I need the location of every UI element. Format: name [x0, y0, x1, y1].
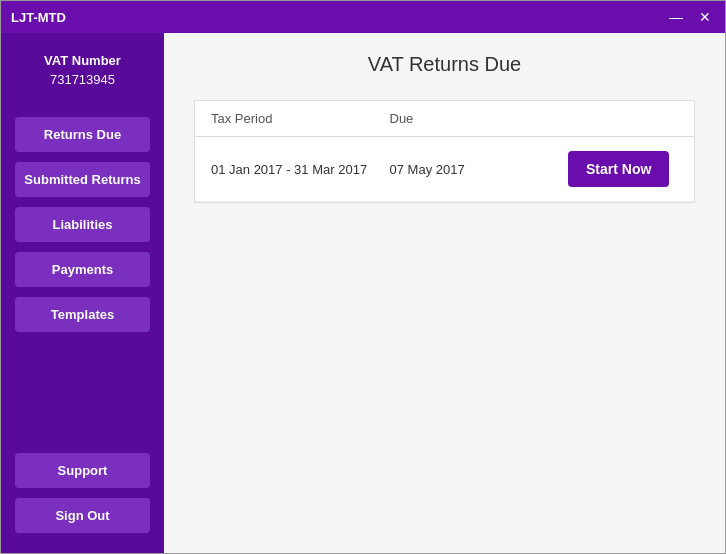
sidebar-item-payments[interactable]: Payments [15, 252, 150, 287]
support-button[interactable]: Support [15, 453, 150, 488]
window-controls: — ✕ [665, 10, 715, 24]
column-header-period: Tax Period [211, 111, 390, 126]
sidebar-item-returns-due[interactable]: Returns Due [15, 117, 150, 152]
main-layout: VAT Number 731713945 Returns Due Submitt… [1, 33, 725, 553]
sidebar: VAT Number 731713945 Returns Due Submitt… [1, 33, 164, 553]
sidebar-item-submitted-returns[interactable]: Submitted Returns [15, 162, 150, 197]
table-row: 01 Jan 2017 - 31 Mar 2017 07 May 2017 St… [195, 137, 694, 202]
sidebar-item-liabilities[interactable]: Liabilities [15, 207, 150, 242]
close-button[interactable]: ✕ [695, 10, 715, 24]
row-action: Start Now [568, 151, 678, 187]
row-tax-period: 01 Jan 2017 - 31 Mar 2017 [211, 162, 390, 177]
column-header-due: Due [390, 111, 569, 126]
title-bar: LJT-MTD — ✕ [1, 1, 725, 33]
vat-label: VAT Number [44, 53, 121, 68]
returns-table: Tax Period Due 01 Jan 2017 - 31 Mar 2017… [194, 100, 695, 203]
sidebar-nav: Returns Due Submitted Returns Liabilitie… [1, 117, 164, 332]
table-header: Tax Period Due [195, 101, 694, 137]
app-window: LJT-MTD — ✕ VAT Number 731713945 Returns… [0, 0, 726, 554]
minimize-button[interactable]: — [665, 10, 687, 24]
start-now-button[interactable]: Start Now [568, 151, 669, 187]
sign-out-button[interactable]: Sign Out [15, 498, 150, 533]
row-due-date: 07 May 2017 [390, 162, 569, 177]
column-header-action [568, 111, 678, 126]
vat-number: 731713945 [50, 72, 115, 87]
main-content: VAT Returns Due Tax Period Due 01 Jan 20… [164, 33, 725, 553]
app-title: LJT-MTD [11, 10, 66, 25]
sidebar-bottom: Support Sign Out [1, 453, 164, 533]
page-title: VAT Returns Due [194, 53, 695, 76]
sidebar-item-templates[interactable]: Templates [15, 297, 150, 332]
